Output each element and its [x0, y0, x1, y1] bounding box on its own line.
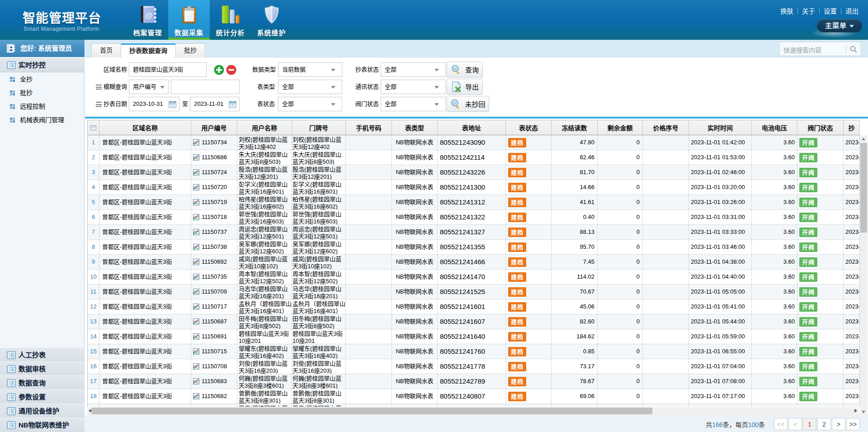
svg-text:@: @: [145, 11, 152, 20]
